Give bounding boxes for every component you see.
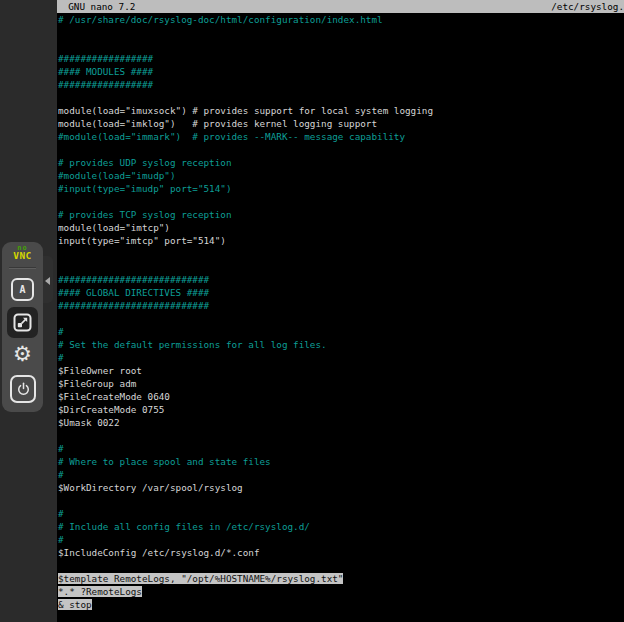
editor-line: input(type="imtcp" port="514") — [58, 234, 624, 247]
clipboard-a-icon: A — [19, 285, 25, 295]
editor-line — [58, 429, 624, 442]
nano-terminal[interactable]: GNU nano 7.2 /etc/rsyslog. # /usr/share/… — [57, 0, 624, 622]
editor-line: # provides UDP syslog reception — [58, 156, 624, 169]
editor-line — [58, 195, 624, 208]
editor-line: # Where to place spool and state files — [58, 455, 624, 468]
editor-line — [58, 494, 624, 507]
editor-line: $WorkDirectory /var/spool/rsyslog — [58, 481, 624, 494]
editor-line: $FileGroup adm — [58, 377, 624, 390]
editor-line: # — [58, 507, 624, 520]
editor-line: *.* ?RemoteLogs — [58, 585, 624, 598]
editor-line — [58, 39, 624, 52]
editor-line: module(load="imklog") # provides kernel … — [58, 117, 624, 130]
nano-filename-label: /etc/rsyslog. — [551, 0, 624, 13]
editor-line — [58, 559, 624, 572]
editor-line: $DirCreateMode 0755 — [58, 403, 624, 416]
gear-icon: ⚙ — [13, 344, 32, 365]
editor-line: $Umask 0022 — [58, 416, 624, 429]
control-bar-handle[interactable] — [43, 256, 53, 303]
collapse-arrow-icon — [45, 277, 50, 285]
editor-line: module(load="imuxsock") # provides suppo… — [58, 104, 624, 117]
editor-line: # provides TCP syslog reception — [58, 208, 624, 221]
editor-content[interactable]: # /usr/share/doc/rsyslog-doc/html/config… — [58, 13, 624, 622]
editor-line: ########################### — [58, 273, 624, 286]
editor-line: $FileCreateMode 0640 — [58, 390, 624, 403]
editor-line: $template RemoteLogs, "/opt/%HOSTNAME%/r… — [58, 572, 624, 585]
editor-line: ########################### — [58, 299, 624, 312]
editor-line — [58, 260, 624, 273]
novnc-control-bar: no VNC A ⚙ — [2, 242, 43, 412]
editor-line: #input(type="imudp" port="514") — [58, 182, 624, 195]
editor-line: $IncludeConfig /etc/rsyslog.d/*.conf — [58, 546, 624, 559]
editor-line: # — [58, 468, 624, 481]
editor-line — [58, 247, 624, 260]
editor-line: # — [58, 442, 624, 455]
editor-line: & stop — [58, 598, 624, 611]
sidebar-divider — [9, 267, 36, 269]
fullscreen-button[interactable] — [7, 307, 38, 338]
vnc-screen: GNU nano 7.2 /etc/rsyslog. # /usr/share/… — [0, 0, 624, 622]
editor-line: # Include all config files in /etc/rsysl… — [58, 520, 624, 533]
editor-line: #### GLOBAL DIRECTIVES #### — [58, 286, 624, 299]
editor-line: # Set the default permissions for all lo… — [58, 338, 624, 351]
editor-line: # /usr/share/doc/rsyslog-doc/html/config… — [58, 13, 624, 26]
editor-line: #module(load="immark") # provides --MARK… — [58, 130, 624, 143]
editor-line: module(load="imtcp") — [58, 221, 624, 234]
editor-line: # — [58, 533, 624, 546]
power-icon — [16, 382, 31, 397]
settings-button[interactable]: ⚙ — [11, 341, 34, 367]
novnc-logo-vnc: VNC — [2, 252, 43, 259]
editor-line: # — [58, 325, 624, 338]
editor-line: $FileOwner root — [58, 364, 624, 377]
nano-version-label: GNU nano 7.2 — [57, 0, 135, 13]
disconnect-button[interactable] — [10, 375, 36, 403]
editor-line: #### MODULES #### — [58, 65, 624, 78]
editor-line: ################# — [58, 52, 624, 65]
nano-titlebar: GNU nano 7.2 /etc/rsyslog. — [57, 0, 624, 13]
fullscreen-icon — [13, 313, 32, 332]
editor-line — [58, 91, 624, 104]
novnc-logo: no VNC — [2, 245, 43, 259]
editor-line: ################# — [58, 78, 624, 91]
editor-line — [58, 26, 624, 39]
clipboard-button[interactable]: A — [11, 278, 34, 301]
editor-line — [58, 312, 624, 325]
editor-line: # — [58, 351, 624, 364]
editor-line: #module(load="imudp") — [58, 169, 624, 182]
editor-line — [58, 143, 624, 156]
